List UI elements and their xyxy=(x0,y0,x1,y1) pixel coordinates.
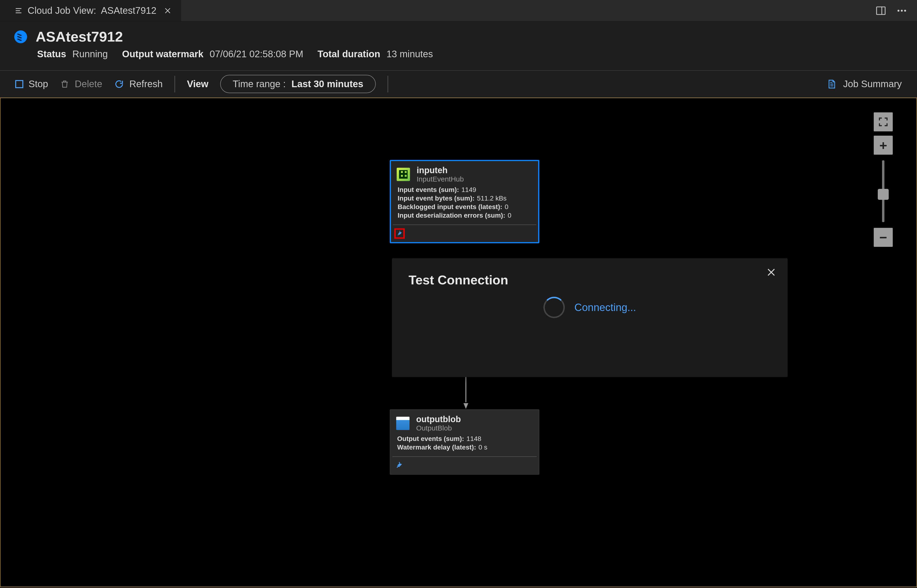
watermark-value: 07/06/21 02:58:08 PM xyxy=(210,49,303,60)
separator xyxy=(388,76,388,92)
eventhub-icon xyxy=(397,168,410,181)
metric-key: Input deserialization errors (sum): xyxy=(398,212,505,219)
tab-prefix: Cloud Job View: xyxy=(28,5,96,16)
tab-title: ASAtest7912 xyxy=(101,5,157,16)
zoom-out-button[interactable]: − xyxy=(874,228,893,247)
metric-value: 511.2 kBs xyxy=(477,195,507,202)
toolbar: Stop Delete Refresh View Time range : La… xyxy=(0,70,917,98)
zoom-in-button[interactable]: + xyxy=(874,136,893,155)
zoom-controls: + − xyxy=(874,112,893,247)
metric-key: Input event bytes (sum): xyxy=(398,195,475,202)
node-output-title: outputblob xyxy=(416,415,461,424)
view-label: View xyxy=(187,79,208,89)
zoom-slider-handle[interactable] xyxy=(878,189,889,200)
close-tab-icon[interactable] xyxy=(164,6,172,15)
refresh-label: Refresh xyxy=(130,79,163,89)
split-panel-icon[interactable] xyxy=(875,5,886,16)
list-icon xyxy=(14,6,23,15)
document-icon xyxy=(826,79,837,89)
page-title: ASAtest7912 xyxy=(36,29,123,45)
metric-key: Backlogged input events (latest): xyxy=(398,203,502,211)
blob-storage-icon xyxy=(396,417,410,430)
dialog-title: Test Connection xyxy=(408,273,771,287)
metric-value: 0 xyxy=(505,203,509,211)
node-input-metrics: Input events (sum):1149 Input event byte… xyxy=(391,185,538,223)
status-value: Running xyxy=(72,49,108,60)
refresh-button[interactable]: Refresh xyxy=(114,79,163,89)
svg-point-8 xyxy=(901,10,903,11)
spinner-icon xyxy=(543,297,565,318)
test-connection-button[interactable] xyxy=(395,461,403,470)
stop-label: Stop xyxy=(29,79,48,89)
tab-strip: Cloud Job View: ASAtest7912 xyxy=(0,0,917,21)
node-output-subtitle: OutputBlob xyxy=(416,424,461,432)
svg-point-9 xyxy=(904,10,906,11)
metric-key: Input events (sum): xyxy=(398,186,459,194)
node-input-title: inputeh xyxy=(416,166,464,175)
node-output[interactable]: outputblob OutputBlob Output events (sum… xyxy=(390,409,540,475)
time-range-label: Time range : xyxy=(233,79,286,89)
more-icon[interactable] xyxy=(896,5,907,16)
node-input-subtitle: InputEventHub xyxy=(416,175,464,183)
dialog-status-text: Connecting... xyxy=(574,302,636,313)
active-tab[interactable]: Cloud Job View: ASAtest7912 xyxy=(0,0,181,21)
test-connection-button[interactable] xyxy=(395,229,404,238)
job-summary-label: Job Summary xyxy=(843,79,902,89)
azure-stream-icon xyxy=(14,31,27,43)
job-summary-button[interactable]: Job Summary xyxy=(826,79,902,89)
node-input[interactable]: inputeh InputEventHub Input events (sum)… xyxy=(390,160,540,243)
svg-point-7 xyxy=(898,10,899,11)
svg-marker-11 xyxy=(463,403,468,409)
close-dialog-icon[interactable] xyxy=(766,267,777,278)
time-range-pill[interactable]: Time range : Last 30 minutes xyxy=(220,75,376,93)
duration-value: 13 minutes xyxy=(386,49,433,60)
separator xyxy=(175,76,175,92)
zoom-fit-button[interactable] xyxy=(874,112,893,131)
metric-key: Output events (sum): xyxy=(397,435,464,443)
status-label: Status xyxy=(37,49,66,60)
duration-label: Total duration xyxy=(318,49,380,60)
watermark-label: Output watermark xyxy=(122,49,203,60)
metric-value: 1148 xyxy=(467,435,481,443)
metric-key: Watermark delay (latest): xyxy=(397,444,476,451)
delete-button: Delete xyxy=(60,79,102,89)
job-header: ASAtest7912 Status Running Output waterm… xyxy=(0,21,917,70)
stop-button[interactable]: Stop xyxy=(15,79,48,89)
metric-value: 1149 xyxy=(461,186,476,194)
svg-rect-5 xyxy=(876,7,885,15)
connector-arrow xyxy=(463,374,469,409)
delete-label: Delete xyxy=(75,79,102,89)
zoom-slider-track[interactable] xyxy=(882,160,885,222)
stop-icon xyxy=(15,80,23,88)
diagram-canvas[interactable]: inputeh InputEventHub Input events (sum)… xyxy=(0,98,917,587)
time-range-value: Last 30 minutes xyxy=(291,79,363,89)
test-connection-dialog: Test Connection Connecting... xyxy=(392,258,787,377)
trash-icon xyxy=(60,79,70,89)
metric-value: 0 xyxy=(508,212,512,219)
metric-value: 0 s xyxy=(478,444,487,451)
node-output-metrics: Output events (sum):1148 Watermark delay… xyxy=(390,434,539,455)
refresh-icon xyxy=(114,79,124,89)
